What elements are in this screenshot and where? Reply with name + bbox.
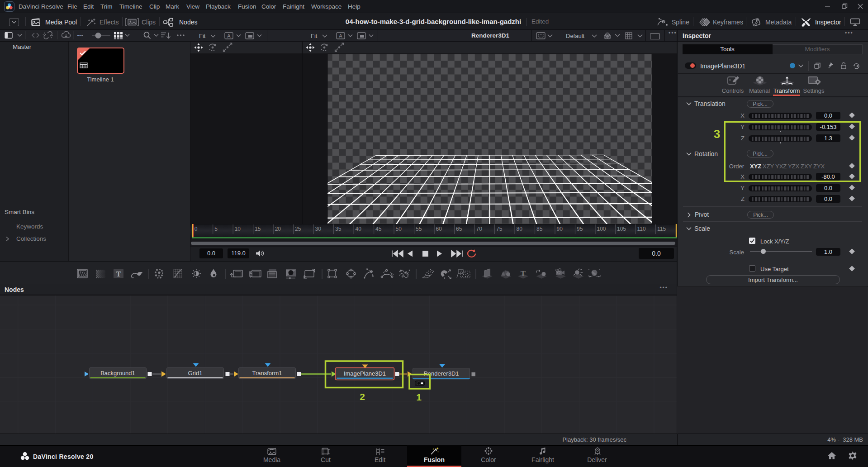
svg-text:75: 75 <box>496 226 503 232</box>
svg-text:5: 5 <box>214 226 218 232</box>
svg-text:100: 100 <box>597 226 606 232</box>
svg-text:65: 65 <box>456 226 462 232</box>
svg-text:T: T <box>116 270 121 278</box>
svg-text:55: 55 <box>416 226 422 232</box>
svg-text:40: 40 <box>356 226 362 232</box>
svg-text:20: 20 <box>275 226 281 232</box>
svg-text:35: 35 <box>335 226 342 232</box>
svg-text:70: 70 <box>476 226 483 232</box>
svg-text:Grid1: Grid1 <box>188 370 203 376</box>
svg-text:2: 2 <box>360 391 365 402</box>
svg-text:15: 15 <box>255 226 261 232</box>
svg-text:50: 50 <box>396 226 402 232</box>
svg-text:Renderer3D1: Renderer3D1 <box>423 370 459 377</box>
svg-text:10: 10 <box>235 226 241 232</box>
svg-text:115: 115 <box>657 226 666 232</box>
svg-text:T: T <box>521 269 526 278</box>
svg-text:95: 95 <box>577 226 583 232</box>
svg-text:80: 80 <box>517 226 523 232</box>
svg-text:Transform1: Transform1 <box>252 370 282 376</box>
svg-text:110: 110 <box>637 226 646 232</box>
svg-text:25: 25 <box>295 226 301 232</box>
svg-text:85: 85 <box>536 226 543 232</box>
svg-text:1: 1 <box>416 392 422 402</box>
svg-text:105: 105 <box>617 226 626 232</box>
svg-text:ImagePlane3D1: ImagePlane3D1 <box>344 370 386 377</box>
svg-text:0: 0 <box>194 226 198 232</box>
svg-text:60: 60 <box>436 226 442 232</box>
svg-text:45: 45 <box>375 226 382 232</box>
svg-text:30: 30 <box>315 226 322 232</box>
svg-text:Background1: Background1 <box>100 370 135 376</box>
svg-text:90: 90 <box>557 226 563 232</box>
